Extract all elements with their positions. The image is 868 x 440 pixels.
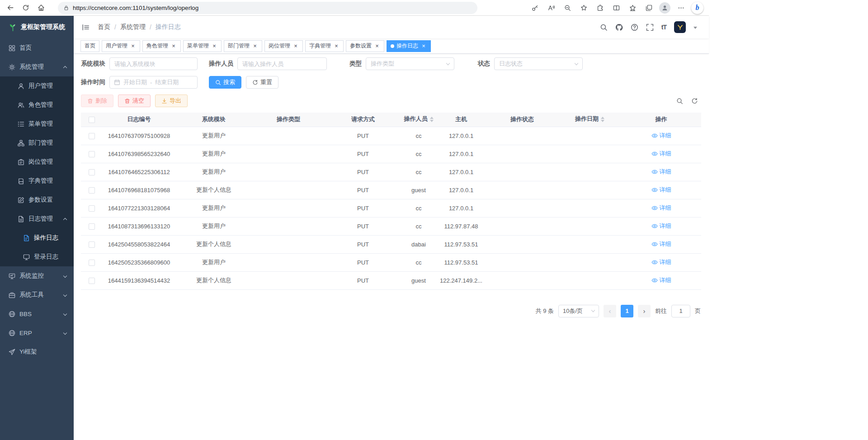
module-input[interactable]: [109, 57, 198, 70]
search-button[interactable]: 搜索: [209, 76, 241, 89]
row-checkbox[interactable]: [89, 169, 95, 175]
more-menu-icon[interactable]: [675, 2, 687, 14]
tab-param-settings[interactable]: 参数设置×: [346, 40, 384, 52]
column-date[interactable]: 操作日期: [558, 113, 621, 127]
globe-icon: [9, 311, 15, 317]
close-icon[interactable]: ×: [130, 43, 136, 49]
fullscreen-icon[interactable]: [646, 24, 654, 31]
split-screen-icon[interactable]: [610, 2, 622, 14]
sidebar-item-role-management[interactable]: 角色管理: [0, 95, 74, 114]
sidebar-item-operation-log[interactable]: 操作日志: [0, 228, 74, 247]
detail-link[interactable]: 详细: [651, 276, 671, 284]
select-all-checkbox[interactable]: [89, 117, 95, 123]
type-select[interactable]: 操作类型: [366, 57, 454, 70]
password-icon[interactable]: [529, 2, 541, 14]
favorites-icon[interactable]: [627, 2, 638, 14]
close-icon[interactable]: ×: [333, 43, 340, 49]
help-icon[interactable]: [631, 24, 638, 31]
status-select[interactable]: 日志状态: [494, 57, 583, 70]
sort-icon[interactable]: [601, 115, 604, 124]
sidebar-item-erp[interactable]: ERP: [0, 323, 74, 342]
sidebar-toggle-icon[interactable]: [80, 24, 91, 31]
detail-link[interactable]: 详细: [651, 186, 671, 194]
refresh-table-icon[interactable]: [691, 98, 698, 104]
row-checkbox[interactable]: [89, 187, 95, 194]
close-icon[interactable]: ×: [374, 43, 380, 49]
row-checkbox[interactable]: [89, 278, 95, 284]
zoom-out-icon[interactable]: [561, 2, 573, 14]
page-size-select[interactable]: 10条/页: [558, 305, 599, 317]
user-avatar[interactable]: [674, 21, 686, 33]
tab-operation-log[interactable]: 操作日志×: [387, 40, 431, 52]
browser-refresh-icon[interactable]: [20, 2, 32, 14]
tab-menu-management[interactable]: 菜单管理×: [183, 40, 222, 52]
close-icon[interactable]: ×: [211, 43, 217, 49]
sidebar-item-home[interactable]: 首页: [0, 38, 74, 57]
row-checkbox[interactable]: [89, 133, 95, 139]
sidebar-item-yi-framework[interactable]: Yi框架: [0, 342, 74, 361]
read-aloud-icon[interactable]: [545, 2, 557, 14]
sidebar-item-system-monitor[interactable]: 系统监控: [0, 266, 74, 285]
browser-back-icon[interactable]: [5, 2, 16, 14]
delete-button[interactable]: 删除: [81, 95, 113, 107]
breadcrumb-item[interactable]: 系统管理: [120, 23, 146, 31]
row-checkbox[interactable]: [89, 260, 95, 266]
tab-dept-management[interactable]: 部门管理×: [224, 40, 262, 52]
row-checkbox[interactable]: [89, 151, 95, 157]
reset-button[interactable]: 重置: [246, 76, 278, 89]
browser-home-icon[interactable]: [35, 2, 47, 14]
detail-link[interactable]: 详细: [651, 204, 671, 212]
extensions-icon[interactable]: [594, 2, 606, 14]
detail-link[interactable]: 详细: [651, 258, 671, 266]
sort-icon[interactable]: [430, 115, 434, 124]
copilot-bing-icon[interactable]: [691, 2, 703, 14]
tab-dict-management[interactable]: 字典管理×: [305, 40, 344, 52]
prev-page-button[interactable]: ‹: [604, 305, 616, 317]
sidebar-item-bbs[interactable]: BBS: [0, 304, 74, 323]
row-checkbox[interactable]: [89, 205, 95, 212]
add-favorite-icon[interactable]: [578, 2, 590, 14]
breadcrumb-item[interactable]: 首页: [98, 23, 110, 31]
goto-page-input[interactable]: [671, 305, 690, 317]
close-icon[interactable]: ×: [170, 43, 177, 49]
search-icon[interactable]: [600, 24, 608, 31]
detail-link[interactable]: 详细: [651, 240, 671, 248]
row-checkbox[interactable]: [89, 241, 95, 248]
font-size-icon[interactable]: tT: [661, 24, 666, 31]
sidebar-item-system-tools[interactable]: 系统工具: [0, 285, 74, 304]
detail-link[interactable]: 详细: [651, 132, 671, 140]
sidebar-item-login-log[interactable]: 登录日志: [0, 247, 74, 266]
sidebar-item-system-management[interactable]: 系统管理: [0, 57, 74, 76]
sidebar-item-menu-management[interactable]: 菜单管理: [0, 114, 74, 133]
toggle-search-icon[interactable]: [676, 98, 683, 104]
sidebar-item-log-management[interactable]: 日志管理: [0, 209, 74, 228]
close-icon[interactable]: ×: [420, 43, 427, 49]
sidebar-item-param-settings[interactable]: 参数设置: [0, 190, 74, 209]
page-number-button[interactable]: 1: [621, 305, 633, 317]
sidebar-item-post-management[interactable]: 岗位管理: [0, 152, 74, 171]
sidebar-item-dict-management[interactable]: 字典管理: [0, 171, 74, 190]
sidebar-item-user-management[interactable]: 用户管理: [0, 76, 74, 95]
tab-home[interactable]: 首页: [80, 40, 99, 52]
detail-link[interactable]: 详细: [651, 222, 671, 230]
chevron-down-icon[interactable]: [693, 27, 697, 31]
next-page-button[interactable]: ›: [638, 305, 651, 317]
export-button[interactable]: 导出: [155, 95, 188, 107]
close-icon[interactable]: ×: [292, 43, 299, 49]
tab-role-management[interactable]: 角色管理×: [142, 40, 181, 52]
column-operator[interactable]: 操作人员: [401, 113, 436, 127]
detail-link[interactable]: 详细: [651, 168, 671, 176]
close-icon[interactable]: ×: [252, 43, 258, 49]
browser-profile-avatar[interactable]: [659, 2, 670, 14]
tab-post-management[interactable]: 岗位管理×: [264, 40, 303, 52]
github-icon[interactable]: [615, 24, 623, 31]
date-range-picker[interactable]: 开始日期 - 结束日期: [109, 76, 198, 89]
detail-link[interactable]: 详细: [651, 150, 671, 158]
collections-icon[interactable]: [643, 2, 655, 14]
operator-input[interactable]: [237, 57, 327, 70]
address-bar[interactable]: https://ccnetcore.com:1101/system/log/op…: [58, 2, 477, 14]
sidebar-item-dept-management[interactable]: 部门管理: [0, 133, 74, 152]
row-checkbox[interactable]: [89, 223, 95, 230]
clear-button[interactable]: 清空: [118, 95, 151, 107]
tab-user-management[interactable]: 用户管理×: [102, 40, 140, 52]
